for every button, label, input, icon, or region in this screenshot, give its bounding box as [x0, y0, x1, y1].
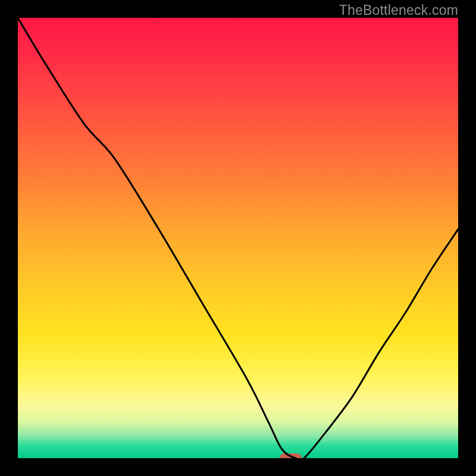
bottleneck-curve — [18, 18, 458, 458]
watermark-label: TheBottleneck.com — [339, 2, 458, 18]
chart-frame: TheBottleneck.com — [0, 0, 476, 476]
plot-area — [18, 18, 458, 458]
